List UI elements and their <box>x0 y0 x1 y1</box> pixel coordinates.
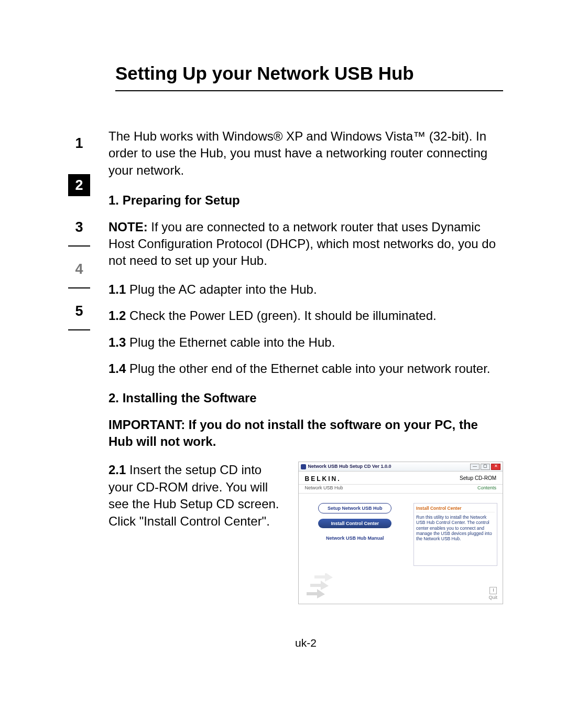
step-number: 1.2 <box>108 308 126 323</box>
product-name: Network USB Hub <box>305 485 343 491</box>
quit-label: Quit <box>488 594 497 601</box>
brand-logo: BELKIN. <box>305 475 341 483</box>
window-close-button[interactable]: ✕ <box>491 464 500 470</box>
step-1-3: 1.3 Plug the Ethernet cable into the Hub… <box>108 334 503 351</box>
note-body: If you are connected to a network router… <box>108 220 496 268</box>
section-tab-3[interactable]: 3 <box>68 216 90 238</box>
step-1-4: 1.4 Plug the other end of the Ethernet c… <box>108 360 503 377</box>
section-tabs: 1 2 3 4 5 <box>68 132 90 650</box>
step-text: Plug the AC adapter into the Hub. <box>126 282 317 296</box>
step-text: Insert the setup CD into your CD-ROM dri… <box>108 463 279 528</box>
section1-note: NOTE: If you are connected to a network … <box>108 219 503 270</box>
decorative-arrows-icon <box>304 573 351 598</box>
important-notice: IMPORTANT: If you do not install the sof… <box>108 416 503 451</box>
step-number: 2.1 <box>108 463 126 477</box>
main-content: The Hub works with Windows® XP and Windo… <box>108 128 503 650</box>
window-app-icon <box>301 464 306 469</box>
note-prefix: NOTE: <box>108 220 148 234</box>
contents-link[interactable]: Contents <box>477 485 496 491</box>
step-text: Plug the other end of the Ethernet cable… <box>126 361 490 376</box>
page-number: uk-2 <box>108 636 503 650</box>
window-titlebar[interactable]: Network USB Hub Setup CD Ver 1.0.0 — ▢ ✕ <box>299 462 503 471</box>
setup-cdrom-label: Setup CD-ROM <box>460 475 496 483</box>
step-1-2: 1.2 Check the Power LED (green). It shou… <box>108 307 503 324</box>
quit-button[interactable]: Quit <box>488 587 497 601</box>
section-tab-2[interactable]: 2 <box>68 174 90 196</box>
section-tab-4[interactable]: 4 <box>68 258 90 280</box>
panel-heading: Install Control Center <box>416 506 495 512</box>
setup-cd-window: Network USB Hub Setup CD Ver 1.0.0 — ▢ ✕… <box>298 462 503 604</box>
window-minimize-button[interactable]: — <box>470 464 480 470</box>
step-number: 1.3 <box>108 335 126 349</box>
window-title: Network USB Hub Setup CD Ver 1.0.0 <box>308 463 468 469</box>
quit-icon <box>489 587 497 594</box>
step-text: Plug the Ethernet cable into the Hub. <box>126 335 335 349</box>
panel-body: Run this utility to install the Network … <box>416 515 495 541</box>
page-title: Setting Up your Network USB Hub <box>115 63 503 91</box>
network-usb-hub-manual-button[interactable]: Network USB Hub Manual <box>318 533 391 543</box>
step-1-1: 1.1 Plug the AC adapter into the Hub. <box>108 281 503 298</box>
setup-network-usb-hub-button[interactable]: Setup Network USB Hub <box>318 503 391 513</box>
step-number: 1.1 <box>108 282 126 296</box>
step-number: 1.4 <box>108 361 126 376</box>
step-text: Check the Power LED (green). It should b… <box>126 308 436 323</box>
section1-heading: 1. Preparing for Setup <box>108 192 503 209</box>
window-maximize-button[interactable]: ▢ <box>481 464 490 470</box>
install-control-center-button[interactable]: Install Control Center <box>318 519 391 528</box>
intro-paragraph: The Hub works with Windows® XP and Windo… <box>108 128 503 179</box>
step-2-1: 2.1 Insert the setup CD into your CD-ROM… <box>108 462 282 530</box>
section-tab-1[interactable]: 1 <box>68 132 90 154</box>
section-tab-5[interactable]: 5 <box>68 300 90 322</box>
section2-heading: 2. Installing the Software <box>108 390 503 406</box>
